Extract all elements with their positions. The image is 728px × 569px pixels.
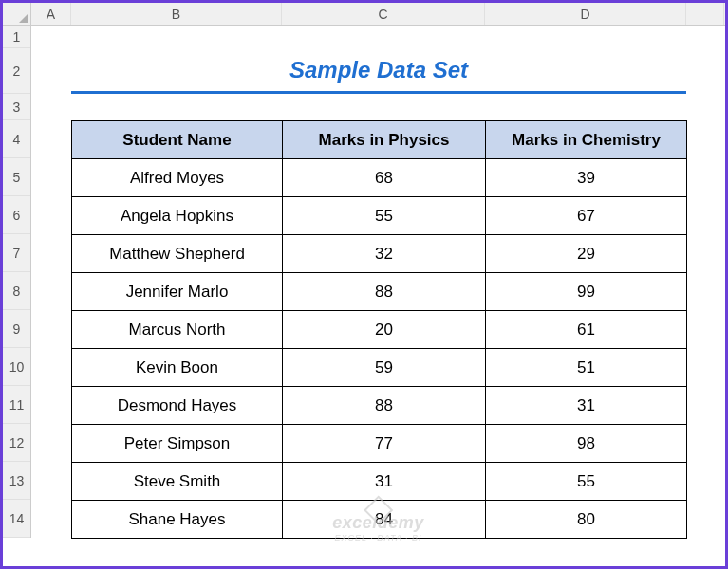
- row-header-11[interactable]: 11: [3, 386, 30, 424]
- cell-marks-chemistry[interactable]: 31: [486, 387, 687, 425]
- col-header-B[interactable]: B: [71, 3, 282, 25]
- column-headers: ABCD: [31, 3, 725, 26]
- cell-marks-physics[interactable]: 88: [283, 387, 486, 425]
- cell-student-name[interactable]: Shane Hayes: [72, 501, 283, 539]
- row-header-6[interactable]: 6: [3, 196, 30, 234]
- cell-marks-chemistry[interactable]: 61: [486, 311, 687, 349]
- row-header-1[interactable]: 1: [3, 26, 30, 48]
- row-header-13[interactable]: 13: [3, 462, 30, 500]
- row-headers: 1234567891011121314: [3, 26, 31, 538]
- row-header-10[interactable]: 10: [3, 348, 30, 386]
- row-header-8[interactable]: 8: [3, 272, 30, 310]
- table-row: Jennifer Marlo8899: [72, 273, 687, 311]
- row-header-12[interactable]: 12: [3, 424, 30, 462]
- row-header-2[interactable]: 2: [3, 48, 30, 94]
- cell-marks-chemistry[interactable]: 67: [486, 197, 687, 235]
- sheet-title: Sample Data Set: [289, 57, 468, 83]
- header-row: Student Name Marks in Physics Marks in C…: [72, 121, 687, 159]
- cell-marks-physics[interactable]: 31: [283, 463, 486, 501]
- cell-marks-chemistry[interactable]: 98: [486, 425, 687, 463]
- cell-student-name[interactable]: Jennifer Marlo: [72, 273, 283, 311]
- table-row: Peter Simpson7798: [72, 425, 687, 463]
- cell-marks-chemistry[interactable]: 39: [486, 159, 687, 197]
- cell-student-name[interactable]: Marcus North: [72, 311, 283, 349]
- col-header-D[interactable]: D: [485, 3, 686, 25]
- row-header-7[interactable]: 7: [3, 234, 30, 272]
- table-row: Steve Smith3155: [72, 463, 687, 501]
- select-all-cell[interactable]: [3, 3, 31, 26]
- title-cell: Sample Data Set: [71, 48, 686, 94]
- col-header-C[interactable]: C: [282, 3, 485, 25]
- row-header-9[interactable]: 9: [3, 310, 30, 348]
- cell-student-name[interactable]: Peter Simpson: [72, 425, 283, 463]
- table-row: Angela Hopkins5567: [72, 197, 687, 235]
- table-row: Shane Hayes8480: [72, 501, 687, 539]
- cell-marks-physics[interactable]: 84: [283, 501, 486, 539]
- cell-marks-physics[interactable]: 20: [283, 311, 486, 349]
- header-student-name[interactable]: Student Name: [72, 121, 283, 159]
- cell-student-name[interactable]: Steve Smith: [72, 463, 283, 501]
- col-header-blank[interactable]: [686, 3, 724, 25]
- cell-marks-physics[interactable]: 55: [283, 197, 486, 235]
- cell-marks-physics[interactable]: 77: [283, 425, 486, 463]
- cell-marks-physics[interactable]: 59: [283, 349, 486, 387]
- data-table: Student Name Marks in Physics Marks in C…: [71, 120, 687, 539]
- cell-marks-physics[interactable]: 68: [283, 159, 486, 197]
- cell-marks-physics[interactable]: 88: [283, 273, 486, 311]
- cell-marks-chemistry[interactable]: 99: [486, 273, 687, 311]
- header-marks-physics[interactable]: Marks in Physics: [283, 121, 486, 159]
- cell-student-name[interactable]: Desmond Hayes: [72, 387, 283, 425]
- cell-marks-chemistry[interactable]: 51: [486, 349, 687, 387]
- row-header-5[interactable]: 5: [3, 158, 30, 196]
- cell-student-name[interactable]: Angela Hopkins: [72, 197, 283, 235]
- table-row: Kevin Boon5951: [72, 349, 687, 387]
- col-header-A[interactable]: A: [31, 3, 71, 25]
- table-row: Marcus North2061: [72, 311, 687, 349]
- table-row: Desmond Hayes8831: [72, 387, 687, 425]
- header-marks-chemistry[interactable]: Marks in Chemistry: [486, 121, 687, 159]
- cell-marks-chemistry[interactable]: 29: [486, 235, 687, 273]
- cell-marks-chemistry[interactable]: 80: [486, 501, 687, 539]
- table-row: Alfred Moyes6839: [72, 159, 687, 197]
- row-header-4[interactable]: 4: [3, 120, 30, 158]
- row-header-14[interactable]: 14: [3, 500, 30, 538]
- row-header-3[interactable]: 3: [3, 94, 30, 120]
- cell-student-name[interactable]: Kevin Boon: [72, 349, 283, 387]
- cell-marks-physics[interactable]: 32: [283, 235, 486, 273]
- table-row: Matthew Shepherd3229: [72, 235, 687, 273]
- cell-student-name[interactable]: Alfred Moyes: [72, 159, 283, 197]
- cell-marks-chemistry[interactable]: 55: [486, 463, 687, 501]
- spreadsheet-grid[interactable]: Sample Data Set Student Name Marks in Ph…: [31, 26, 725, 566]
- cell-student-name[interactable]: Matthew Shepherd: [72, 235, 283, 273]
